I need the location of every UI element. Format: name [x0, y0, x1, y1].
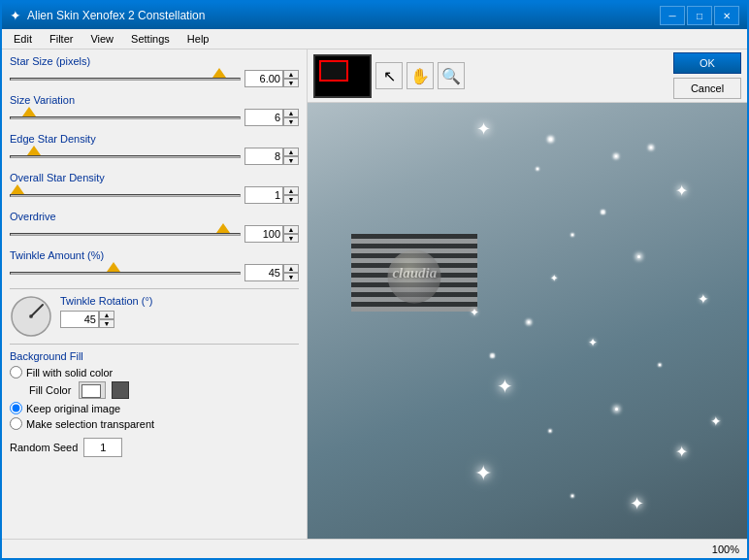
- edge-star-density-input[interactable]: [244, 148, 283, 165]
- star-12: [615, 408, 618, 411]
- twinkle-rotation-up[interactable]: ▲: [99, 311, 114, 319]
- twinkle-amount-control: Twinkle Amount (%) ▲ ▼: [10, 249, 299, 282]
- keep-original-label: Keep original image: [26, 403, 120, 414]
- overdrive-down[interactable]: ▼: [283, 234, 299, 243]
- twinkle-rotation-input[interactable]: [60, 311, 99, 328]
- star-6: [637, 255, 640, 258]
- star-1: [549, 138, 552, 141]
- background-fill-label: Background Fill: [10, 350, 299, 362]
- app-icon: ✦: [10, 8, 21, 23]
- menu-filter[interactable]: Filter: [42, 31, 81, 47]
- edge-star-density-up[interactable]: ▲: [283, 148, 299, 156]
- overall-star-density-down[interactable]: ▼: [283, 195, 299, 204]
- star-size-slider-track[interactable]: [10, 69, 241, 88]
- maximize-button[interactable]: □: [687, 6, 712, 25]
- star-17: [537, 168, 538, 170]
- overall-star-density-label: Overall Star Density: [10, 172, 299, 183]
- overall-star-density-control: Overall Star Density ▲ ▼: [10, 172, 299, 205]
- thumb-selection: [319, 60, 348, 82]
- star-22: [650, 147, 652, 148]
- main-window: ✦ Alien Skin Xenofex 2 Constellation ─ □…: [0, 0, 749, 560]
- size-variation-control: Size Variation ▲ ▼: [10, 94, 299, 127]
- twinkle-amount-thumb[interactable]: [107, 262, 120, 272]
- preview-thumbnail: [313, 54, 372, 98]
- overdrive-input[interactable]: [244, 225, 283, 243]
- menu-view[interactable]: View: [82, 31, 121, 47]
- twinkle-amount-down[interactable]: ▼: [283, 273, 299, 281]
- preview-image-area: claudia ✦ ✦ ✦ ✦ ✦ ✦ ✦: [308, 103, 747, 539]
- claudia-logo: claudia: [351, 234, 477, 312]
- edge-star-density-slider-track[interactable]: [10, 147, 241, 166]
- make-selection-label: Make selection transparent: [26, 418, 154, 430]
- random-seed-input[interactable]: [83, 438, 122, 457]
- star-size-spinner: ▲ ▼: [244, 70, 299, 87]
- twinkle-dial[interactable]: [10, 295, 52, 338]
- twinkle-amount-slider-track[interactable]: [10, 263, 241, 282]
- fill-color-swatch[interactable]: [79, 381, 106, 399]
- overall-star-density-up[interactable]: ▲: [283, 186, 299, 195]
- twinkle-rotation-down[interactable]: ▼: [99, 319, 114, 328]
- cursor-tool-button[interactable]: ↖: [375, 62, 403, 89]
- star-size-control: Star Size (pixels) ▲ ▼: [10, 55, 299, 88]
- star-24: ✦: [630, 493, 644, 514]
- edge-star-density-label: Edge Star Density: [10, 133, 299, 145]
- star-4: ✦: [476, 118, 491, 140]
- star-size-thumb[interactable]: [212, 68, 226, 78]
- fill-color-label: Fill Color: [29, 384, 71, 396]
- size-variation-down[interactable]: ▼: [283, 117, 299, 126]
- edge-star-density-down[interactable]: ▼: [283, 156, 299, 165]
- make-selection-radio[interactable]: [10, 417, 22, 430]
- zoom-tool-button[interactable]: 🔍: [438, 62, 465, 89]
- star-size-up[interactable]: ▲: [283, 70, 299, 79]
- close-button[interactable]: ✕: [714, 6, 739, 25]
- overall-star-density-thumb[interactable]: [11, 184, 24, 194]
- overdrive-thumb[interactable]: [216, 223, 230, 233]
- star-size-input[interactable]: [244, 70, 283, 87]
- overdrive-control: Overdrive ▲ ▼: [10, 211, 299, 244]
- twinkle-rotation-label: Twinkle Rotation (°): [60, 295, 299, 307]
- menu-settings[interactable]: Settings: [123, 31, 178, 47]
- left-panel: Star Size (pixels) ▲ ▼: [2, 49, 308, 539]
- overall-star-density-slider-track[interactable]: [10, 185, 241, 205]
- hand-tool-button[interactable]: ✋: [407, 62, 434, 89]
- twinkle-rotation-section: Twinkle Rotation (°) ▲ ▼: [10, 295, 299, 338]
- twinkle-amount-up[interactable]: ▲: [283, 264, 299, 273]
- random-seed-label: Random Seed: [10, 442, 78, 453]
- keep-original-radio[interactable]: [10, 402, 22, 414]
- edge-star-density-control: Edge Star Density ▲ ▼: [10, 133, 299, 166]
- menu-edit[interactable]: Edit: [6, 31, 40, 47]
- ok-button[interactable]: OK: [673, 52, 741, 74]
- size-variation-slider-track[interactable]: [10, 108, 241, 127]
- star-20: ✦: [710, 413, 722, 429]
- star-19: ✦: [550, 272, 558, 282]
- twinkle-amount-input[interactable]: [244, 264, 283, 281]
- size-variation-up[interactable]: ▲: [283, 109, 299, 117]
- overdrive-slider-track[interactable]: [10, 224, 241, 244]
- cancel-button[interactable]: Cancel: [673, 78, 741, 99]
- overall-star-density-input[interactable]: [244, 186, 283, 204]
- star-2: [615, 155, 617, 157]
- star-21: ✦: [470, 306, 479, 319]
- edge-star-density-thumb[interactable]: [27, 146, 41, 155]
- size-variation-label: Size Variation: [10, 94, 299, 106]
- menu-bar: Edit Filter View Settings Help: [2, 29, 747, 49]
- star-size-down[interactable]: ▼: [283, 79, 299, 87]
- solid-color-radio[interactable]: [10, 366, 22, 379]
- twinkle-amount-label: Twinkle Amount (%): [10, 249, 299, 261]
- star-13: [549, 430, 551, 432]
- star-14: ✦: [675, 443, 688, 461]
- overdrive-up[interactable]: ▲: [283, 225, 299, 234]
- solid-color-radio-label: Fill with solid color: [26, 367, 113, 379]
- minimize-button[interactable]: ─: [660, 6, 685, 25]
- fill-color-dark-swatch[interactable]: [112, 381, 129, 399]
- size-variation-input[interactable]: [244, 109, 283, 126]
- star-15: ✦: [474, 461, 492, 486]
- background-fill-section: Background Fill Fill with solid color Fi…: [10, 350, 299, 430]
- star-7: ✦: [698, 291, 709, 307]
- star-23: [492, 355, 493, 356]
- random-seed-row: Random Seed: [10, 438, 299, 457]
- menu-help[interactable]: Help: [179, 31, 217, 47]
- ok-cancel-panel: OK Cancel: [673, 52, 741, 99]
- fill-color-row: Fill Color: [29, 381, 299, 399]
- size-variation-thumb[interactable]: [22, 107, 36, 116]
